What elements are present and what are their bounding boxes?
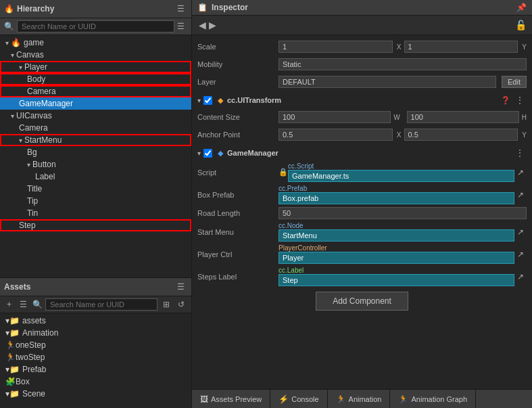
hierarchy-menu-btn[interactable]: ☰ bbox=[174, 3, 187, 15]
gamemanager-menu-btn[interactable]: ⋮ bbox=[513, 147, 527, 159]
tree-item-tip[interactable]: Tip bbox=[0, 195, 191, 207]
file-green-icon: 🏃 bbox=[5, 353, 16, 362]
start-menu-row: Start Menu cc.Node StartMenu ↗ bbox=[197, 222, 527, 242]
hierarchy-options-btn[interactable]: ☰ bbox=[174, 20, 187, 32]
uitransform-menu-btn[interactable]: ⋮ bbox=[513, 94, 527, 106]
layer-value: DEFAULT Edit bbox=[279, 76, 527, 88]
steps-label-value: cc.Label Step ↗ bbox=[279, 267, 527, 286]
hierarchy-flame-icon: 🔥 bbox=[4, 4, 14, 14]
steps-label-link-btn[interactable]: ↗ bbox=[514, 271, 527, 283]
assets-refresh-btn[interactable]: ↺ bbox=[175, 298, 187, 311]
tree-item-player[interactable]: ▾ Player bbox=[0, 61, 191, 73]
tree-item-startmenu[interactable]: ▾ StartMenu bbox=[0, 134, 191, 146]
asset-prefab[interactable]: ▾ 📁 Prefab bbox=[0, 363, 191, 376]
hierarchy-header: 🔥 Hierarchy ☰ bbox=[0, 0, 191, 18]
content-size-w-label: W bbox=[393, 114, 400, 121]
asset-box[interactable]: 🧩 Box bbox=[0, 376, 191, 388]
tree-item-canvas[interactable]: ▾ Canvas bbox=[0, 49, 191, 61]
start-menu-link-btn[interactable]: ↗ bbox=[514, 226, 527, 238]
hierarchy-label: Hierarchy bbox=[17, 4, 54, 14]
asset-scene[interactable]: ▾ 📁 Scene bbox=[0, 388, 191, 400]
assets-grid-btn[interactable]: ⊞ bbox=[160, 298, 172, 311]
tree-item-game[interactable]: ▾ 🔥 game bbox=[0, 37, 191, 49]
scale-y-input[interactable] bbox=[404, 41, 518, 53]
layer-select[interactable]: DEFAULT bbox=[279, 76, 496, 88]
assets-search-input[interactable] bbox=[45, 298, 158, 311]
gamemanager-label: GameManager bbox=[227, 149, 279, 157]
box-prefab-badge: cc.Prefab bbox=[279, 185, 514, 192]
uitransform-checkbox[interactable] bbox=[203, 96, 212, 105]
gamemanager-checkbox[interactable] bbox=[203, 149, 212, 158]
chevron-icon: ▾ bbox=[197, 150, 201, 157]
content-size-h-label: H bbox=[522, 114, 527, 121]
tree-item-button[interactable]: ▾ Button bbox=[0, 158, 191, 171]
assets-add-btn[interactable]: + bbox=[4, 298, 14, 311]
tree-item-title[interactable]: Title bbox=[0, 183, 191, 195]
tree-item-body[interactable]: Body bbox=[0, 73, 191, 85]
nav-forward-btn[interactable]: ▶ bbox=[208, 18, 218, 32]
player-ctrl-value: PlayerController Player ↗ bbox=[279, 244, 527, 264]
steps-label-lbl: Steps Label bbox=[197, 273, 279, 281]
hierarchy-search-bar: 🔍 ☰ bbox=[0, 18, 191, 35]
layer-label: Layer bbox=[197, 78, 279, 86]
content-size-row: Content Size W H bbox=[197, 110, 527, 124]
tab-animation[interactable]: 🏃 Animation bbox=[328, 390, 391, 408]
content-size-y-input[interactable] bbox=[407, 111, 519, 123]
road-length-input[interactable] bbox=[279, 207, 527, 219]
content-size-x-input[interactable] bbox=[279, 111, 391, 123]
tree-item-uicamera[interactable]: Camera bbox=[0, 122, 191, 134]
tab-console[interactable]: ⚡ Console bbox=[270, 390, 327, 408]
player-ctrl-link-btn[interactable]: ↗ bbox=[514, 248, 527, 260]
road-length-row: Road Length bbox=[197, 207, 527, 219]
steps-label-node: Step bbox=[279, 274, 514, 286]
box-prefab-link-btn[interactable]: ↗ bbox=[514, 189, 527, 201]
tab-animation-graph[interactable]: 🏃 Animation Graph bbox=[390, 390, 476, 408]
tree-item-tin[interactable]: Tin bbox=[0, 207, 191, 219]
assets-tree: ▾ 📁 assets ▾ 📁 Animation 🏃 oneStep 🏃 two… bbox=[0, 313, 191, 408]
box-prefab-file: Box.prefab bbox=[279, 192, 514, 204]
arrow-icon: ▾ bbox=[5, 39, 9, 47]
tab-assets-preview[interactable]: 🖼 Assets Preview bbox=[192, 390, 270, 408]
asset-onestep[interactable]: 🏃 oneStep bbox=[0, 339, 191, 351]
tree-item-uicanvas[interactable]: ▾ UICanvas bbox=[0, 110, 191, 122]
tree-item-step[interactable]: Step bbox=[0, 219, 191, 231]
animation-icon: 🏃 bbox=[336, 394, 346, 404]
file-green-icon: 🏃 bbox=[5, 340, 16, 350]
console-icon: ⚡ bbox=[279, 394, 289, 404]
start-menu-node: StartMenu bbox=[279, 229, 514, 242]
scale-label: Scale bbox=[197, 43, 279, 51]
uitransform-section[interactable]: ▾ ◆ cc.UITransform ❓ ⋮ bbox=[197, 92, 527, 108]
asset-root[interactable]: ▾ 📁 assets bbox=[0, 315, 191, 327]
assets-menu-btn[interactable]: ☰ bbox=[174, 281, 187, 293]
nav-back-btn[interactable]: ◀ bbox=[197, 18, 208, 32]
scale-y-axis: Y bbox=[522, 43, 527, 51]
tree-item-bg[interactable]: Bg bbox=[0, 146, 191, 158]
inspector-header: 📋 Inspector 📌 bbox=[192, 0, 532, 16]
layer-row: Layer DEFAULT Edit bbox=[197, 74, 527, 89]
player-ctrl-label: Player Ctrl bbox=[197, 250, 279, 258]
assets-header: Assets ☰ bbox=[0, 277, 191, 296]
asset-animation[interactable]: ▾ 📁 Animation bbox=[0, 327, 191, 339]
tree-item-camera-player[interactable]: Camera bbox=[0, 85, 191, 97]
tab-animation-label: Animation bbox=[349, 395, 382, 403]
assets-list-btn[interactable]: ☰ bbox=[17, 298, 30, 311]
scale-x-input[interactable] bbox=[279, 41, 393, 53]
road-length-value bbox=[279, 207, 527, 219]
mobility-select[interactable]: Static bbox=[279, 58, 527, 70]
steps-label-row: Steps Label cc.Label Step ↗ bbox=[197, 267, 527, 286]
chevron-icon: ▾ bbox=[197, 97, 201, 104]
script-link-btn[interactable]: ↗ bbox=[514, 166, 527, 179]
gamemanager-section[interactable]: ▾ ◆ GameManager ⋮ bbox=[197, 145, 527, 161]
anchor-point-x-input[interactable] bbox=[279, 129, 393, 141]
hierarchy-search-input[interactable] bbox=[17, 20, 174, 32]
tree-item-label[interactable]: Label bbox=[0, 171, 191, 183]
uitransform-label: cc.UITransform bbox=[227, 96, 281, 104]
anchor-point-y-input[interactable] bbox=[404, 129, 518, 141]
inspector-title-group: 📋 Inspector bbox=[197, 3, 248, 12]
asset-twostep[interactable]: 🏃 twoStep bbox=[0, 351, 191, 363]
tree-item-gamemanager[interactable]: GameManager bbox=[0, 97, 191, 110]
layer-edit-btn[interactable]: Edit bbox=[502, 76, 527, 88]
add-component-btn[interactable]: Add Component bbox=[316, 292, 408, 311]
mobility-value: Static bbox=[279, 58, 527, 70]
box-prefab-value: cc.Prefab Box.prefab ↗ bbox=[279, 185, 527, 204]
